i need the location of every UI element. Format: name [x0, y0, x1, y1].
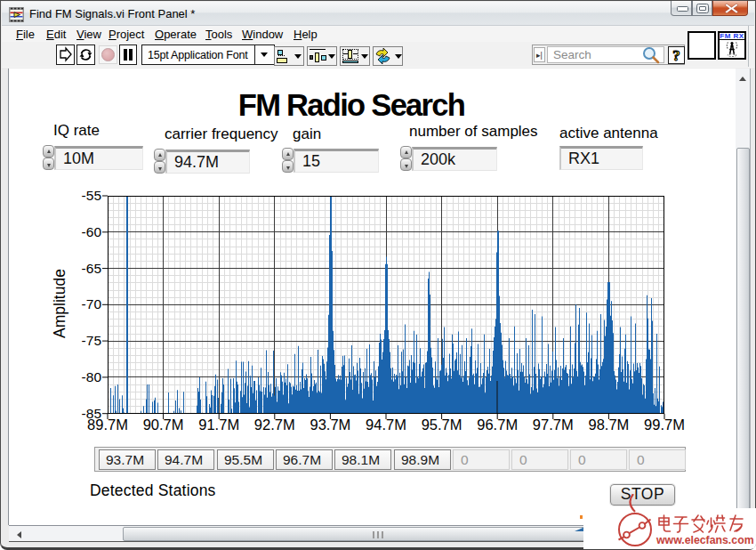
- svg-text:90.7M: 90.7M: [143, 417, 184, 433]
- svg-text:www.elecfans.com: www.elecfans.com: [655, 534, 754, 546]
- svg-text:92.7M: 92.7M: [254, 417, 295, 433]
- svg-text:96.7M: 96.7M: [477, 417, 518, 433]
- svg-text:-75: -75: [82, 333, 101, 348]
- svg-text:-80: -80: [82, 369, 102, 384]
- svg-text:-65: -65: [82, 261, 101, 276]
- svg-text:-60: -60: [82, 224, 102, 239]
- svg-text:99.7M: 99.7M: [644, 417, 685, 433]
- svg-text:93.7M: 93.7M: [310, 417, 350, 433]
- svg-text:Amplitude: Amplitude: [51, 269, 68, 338]
- svg-text:91.7M: 91.7M: [198, 417, 239, 433]
- svg-text:98.7M: 98.7M: [588, 417, 629, 433]
- svg-text:94.7M: 94.7M: [366, 417, 406, 433]
- svg-text:89.7M: 89.7M: [87, 417, 128, 433]
- svg-text:-70: -70: [82, 296, 102, 311]
- svg-text:97.7M: 97.7M: [533, 417, 574, 433]
- svg-text:-55: -55: [82, 188, 101, 203]
- svg-text:95.7M: 95.7M: [422, 417, 462, 433]
